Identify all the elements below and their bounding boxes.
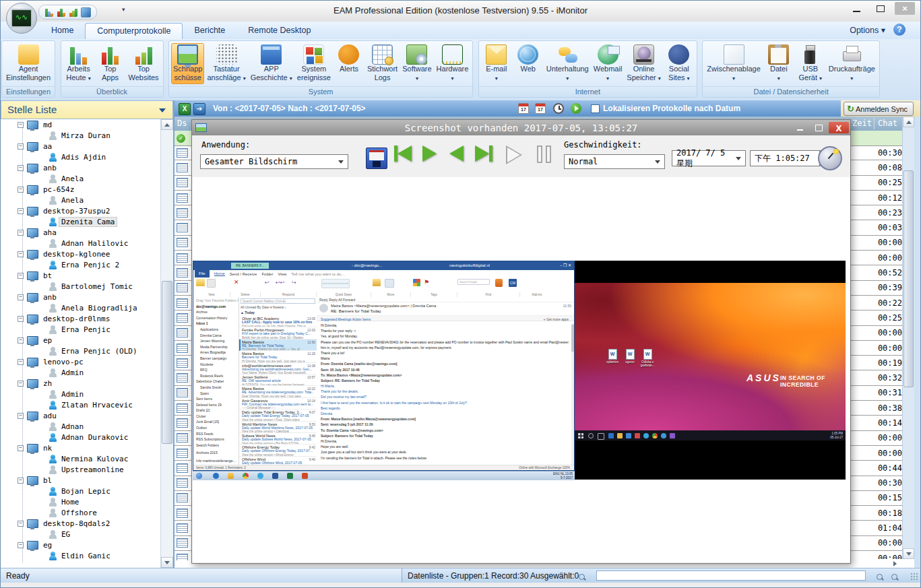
calendar-from-icon[interactable]: 17 — [518, 103, 529, 114]
tree-expander-icon[interactable] — [18, 521, 24, 527]
list-scroll-thumb[interactable] — [903, 170, 914, 387]
status-search-input[interactable] — [596, 570, 866, 581]
close-button[interactable]: × — [895, 2, 915, 15]
ribbon-button[interactable]: Alerts — [334, 43, 364, 75]
ribbon-button[interactable]: ​ SocialSites ▾ — [664, 43, 695, 84]
tree-item[interactable]: bt — [1, 270, 160, 281]
log-row-icon-cell[interactable] — [174, 506, 191, 521]
apply-filter-icon[interactable] — [571, 103, 581, 114]
ribbon-button[interactable]: ​ Unterhaltung ▾ — [544, 43, 591, 84]
tree-expander-icon[interactable] — [18, 143, 24, 150]
tree-item[interactable]: desktop-dr0lnms — [1, 313, 160, 324]
step-forward-button[interactable] — [422, 145, 437, 162]
tree-item[interactable]: desktop-8qdals2 — [1, 518, 160, 529]
log-row[interactable]: 00:38 — [851, 401, 904, 416]
list-scroll-right-icon[interactable] — [889, 560, 900, 568]
tree-item[interactable]: lenovo-pc — [1, 356, 160, 367]
tree-expander-icon[interactable] — [18, 251, 24, 257]
tree-expander-icon[interactable] — [18, 208, 24, 214]
dialog-minimize-button[interactable] — [791, 122, 808, 133]
ribbon-button[interactable]: TopWebsites — [127, 43, 161, 84]
app-logo-icon[interactable]: ∿∿ — [6, 3, 37, 34]
date-picker[interactable]: 2017/ 7/ 5 星期 — [672, 150, 746, 166]
tree-expander-icon[interactable] — [18, 187, 24, 193]
log-row[interactable]: 00:22 — [851, 296, 904, 311]
tree-item[interactable]: pc-654z — [1, 184, 160, 195]
log-row-icon-cell[interactable] — [174, 431, 191, 446]
list-scrollbar[interactable] — [902, 117, 914, 559]
tree-item[interactable]: Upstreamonline — [1, 464, 160, 475]
ribbon-button[interactable]: ​ Datei ▾ — [763, 43, 794, 84]
log-row-icon-cell[interactable] — [174, 251, 191, 265]
log-row-icon-cell[interactable] — [174, 401, 191, 416]
ribbon-button[interactable]: ​ Webmail ▾ — [592, 43, 625, 84]
tree-item[interactable]: Adnan Halilovic — [1, 238, 160, 249]
tree-item[interactable]: Home — [1, 496, 160, 507]
tree-item[interactable]: Erna Penjic — [1, 324, 160, 335]
dialog-maximize-button[interactable] — [810, 122, 827, 133]
sidebar-collapse-icon[interactable] — [159, 108, 166, 112]
log-row[interactable]: 00:00 — [851, 536, 904, 551]
tree-item[interactable]: Erna Penjic 2 — [1, 259, 160, 270]
tree-item[interactable]: Offshore — [1, 507, 160, 518]
ribbon-button[interactable]: Software ▾ — [400, 43, 433, 84]
tree-expander-icon[interactable] — [18, 359, 24, 365]
export-excel-icon[interactable]: X — [179, 103, 191, 115]
log-row[interactable]: 00:52 — [851, 265, 904, 280]
tree-item[interactable]: Admin — [1, 389, 160, 399]
list-scroll-down-icon[interactable] — [903, 548, 914, 559]
sidebar-scrollbar[interactable] — [160, 119, 173, 568]
tree-item[interactable]: Anela — [1, 173, 160, 184]
log-row-icon-cell[interactable] — [174, 311, 191, 325]
tree-expander-icon[interactable] — [18, 478, 24, 484]
sidebar-header[interactable]: Stelle Liste — [1, 100, 173, 119]
tree-expander-icon[interactable] — [18, 294, 24, 300]
list-scroll-up-icon[interactable] — [903, 117, 914, 127]
log-row[interactable]: 00:00 — [851, 446, 904, 461]
log-row-icon-cell[interactable] — [174, 521, 191, 535]
time-filter-icon[interactable] — [553, 103, 564, 114]
log-row[interactable]: 00:19 — [851, 356, 904, 370]
log-row[interactable]: 00:32 — [851, 370, 904, 385]
log-row[interactable]: 00:44 — [851, 461, 904, 476]
clock-button[interactable] — [818, 146, 842, 170]
tree-item[interactable]: ep — [1, 335, 160, 346]
log-row-icon-cell[interactable] — [174, 145, 191, 160]
tree-expander-icon[interactable] — [18, 542, 24, 548]
log-row-icon-cell[interactable] — [174, 341, 191, 356]
log-row-icon-cell[interactable] — [174, 446, 191, 461]
log-row[interactable]: 00:23 — [851, 205, 904, 220]
quick-access-caret-icon[interactable]: ▾ — [122, 6, 125, 13]
selected-log-row-icon-cell[interactable]: ✓ — [174, 131, 193, 146]
selected-log-row-time-cell[interactable] — [851, 131, 904, 146]
tree-expander-icon[interactable] — [18, 381, 24, 387]
time-picker[interactable]: 下午 1:05:27 — [750, 150, 820, 166]
log-row[interactable]: 00:39 — [851, 281, 904, 296]
tree-item[interactable]: aa — [1, 141, 160, 152]
column-divider[interactable] — [874, 118, 875, 129]
tree-item[interactable]: md — [1, 119, 160, 130]
ribbon-button[interactable]: TopApps — [95, 43, 126, 84]
column-header-left[interactable]: Ds — [177, 117, 187, 130]
ribbon-button[interactable]: ​ USBGerät ▾ — [795, 43, 826, 84]
log-row-icon-cell[interactable] — [174, 205, 191, 220]
ribbon-button[interactable]: Hardware ▾ — [435, 43, 471, 84]
sidebar-scroll-up-icon[interactable] — [161, 119, 173, 130]
tree-item[interactable]: desktop-kglonee — [1, 249, 160, 259]
tab-home[interactable]: Home — [40, 23, 85, 39]
tree-item[interactable]: Zlatan Hrvacevic — [1, 399, 160, 410]
maximize-button[interactable] — [870, 2, 891, 15]
skip-last-button[interactable] — [475, 145, 493, 162]
log-row-icon-cell[interactable] — [174, 536, 191, 551]
tree-item[interactable]: desktop-37uspu2 — [1, 205, 160, 216]
tree-expander-icon[interactable] — [18, 230, 24, 236]
log-row[interactable]: 00:14 — [851, 416, 904, 430]
log-row-icon-cell[interactable] — [174, 476, 191, 491]
log-row[interactable]: 00:18 — [851, 506, 904, 521]
column-header-zeit[interactable]: Zeit — [852, 117, 872, 130]
ribbon-button[interactable]: ​ E-mail ▾ — [481, 43, 512, 84]
tree-expander-icon[interactable] — [18, 316, 24, 322]
log-row-icon-cell[interactable] — [174, 356, 191, 370]
pause-button[interactable] — [537, 145, 551, 163]
ribbon-button[interactable]: Systemereignisse — [295, 43, 333, 84]
